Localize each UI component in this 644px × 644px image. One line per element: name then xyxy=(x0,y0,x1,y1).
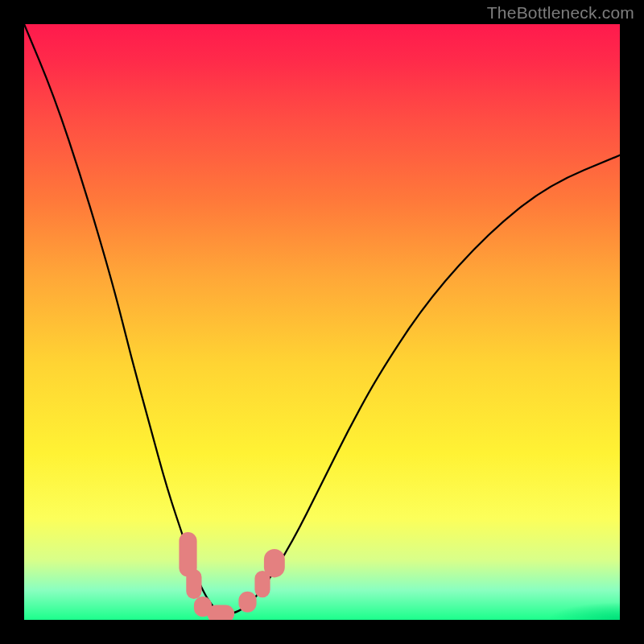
watermark-text: TheBottleneck.com xyxy=(487,3,634,23)
marker-left-2 xyxy=(186,569,201,599)
marker-right-3 xyxy=(264,549,285,578)
marker-right-1 xyxy=(238,592,256,613)
marker-bottom-2 xyxy=(207,605,234,621)
plot-area xyxy=(24,24,620,620)
marker-layer xyxy=(24,24,620,620)
chart-frame: TheBottleneck.com xyxy=(0,0,644,644)
